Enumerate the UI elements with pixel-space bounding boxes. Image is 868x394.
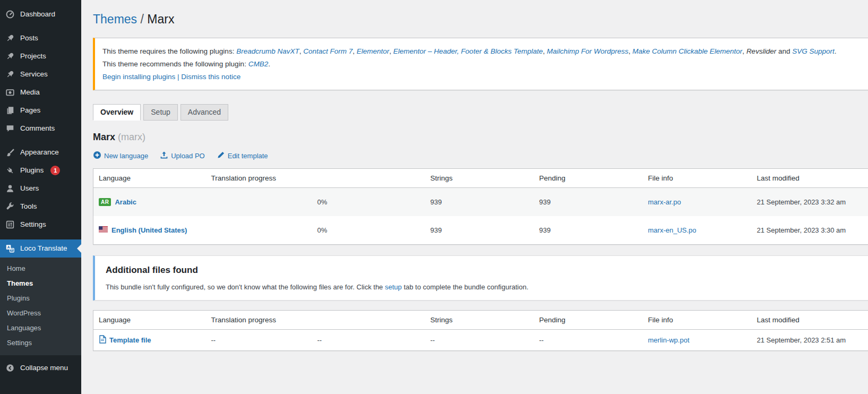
col-header-progress: Translation progress: [206, 169, 425, 188]
users-icon: [5, 183, 15, 194]
required-plugin-list: Breadcrumb NavXT, Contact Form 7, Elemen…: [236, 47, 836, 55]
breadcrumb-current: Marx: [147, 12, 174, 26]
sidebar-item-pages[interactable]: Pages: [0, 101, 81, 119]
col-header-language: Language: [93, 169, 206, 188]
file-link-marx-ar[interactable]: marx-ar.po: [648, 198, 681, 206]
bundle-title: Marx (marx): [93, 132, 868, 143]
sidebar-item-tools[interactable]: Tools: [0, 198, 81, 216]
document-icon: [99, 335, 106, 345]
bundle-tabs: Overview Setup Advanced: [93, 104, 868, 121]
collapse-menu-label: Collapse menu: [20, 363, 68, 373]
sidebar-item-label: Plugins: [20, 165, 44, 176]
sidebar-item-label: Loco Translate: [20, 243, 67, 254]
progress-percent: 0%: [312, 216, 425, 245]
submenu-item-themes[interactable]: Themes: [0, 276, 81, 291]
sidebar-item-label: Dashboard: [20, 9, 55, 20]
submenu-item-plugins[interactable]: Plugins: [0, 291, 81, 306]
plugin-link[interactable]: SVG Support: [792, 47, 835, 55]
table-row-template-file: Template file -- -- -- -- merlin-wp.pot …: [93, 330, 868, 351]
begin-installing-plugins-link[interactable]: Begin installing plugins: [102, 73, 175, 81]
language-link-english-us[interactable]: English (United States): [111, 226, 187, 234]
breadcrumb-separator: /: [140, 12, 143, 26]
additional-files-text-before: This bundle isn't fully configured, so w…: [106, 283, 385, 291]
breadcrumb-themes-link[interactable]: Themes: [93, 12, 137, 26]
dashboard-icon: [5, 9, 15, 20]
recommended-plugins-text: This theme recommends the following plug…: [102, 59, 868, 68]
edit-pencil-icon: [217, 151, 225, 161]
tools-icon: [5, 201, 15, 212]
loco-translate-icon: A: [5, 243, 15, 254]
submenu-item-languages[interactable]: Languages: [0, 321, 81, 336]
submenu-item-home[interactable]: Home: [0, 261, 81, 276]
add-circle-icon: [93, 151, 101, 161]
plugin-link[interactable]: Breadcrumb NavXT: [236, 47, 299, 55]
sidebar-item-settings[interactable]: Settings: [0, 216, 81, 234]
template-progress: --: [206, 330, 312, 351]
submenu-item-settings[interactable]: Settings: [0, 336, 81, 350]
sidebar-item-media[interactable]: Media: [0, 83, 81, 101]
edit-template-link[interactable]: Edit template: [217, 151, 268, 161]
additional-files-text-after: tab to complete the bundle configuration…: [402, 283, 529, 291]
collapse-menu-button[interactable]: Collapse menu: [0, 359, 81, 377]
upload-po-link[interactable]: Upload PO: [160, 151, 205, 161]
translations-table: Language Translation progress Strings Pe…: [93, 168, 868, 245]
notice-actions: Begin installing plugins | Dismiss this …: [102, 72, 868, 81]
tab-setup[interactable]: Setup: [143, 104, 178, 121]
plugin-link[interactable]: Elementor: [357, 47, 390, 55]
locale-badge-ar: AR: [99, 198, 111, 206]
sidebar-item-label: Comments: [20, 123, 55, 134]
tab-advanced[interactable]: Advanced: [181, 104, 228, 121]
plugin-name-text: Revslider: [746, 47, 776, 55]
sidebar-item-users[interactable]: Users: [0, 179, 81, 198]
template-percent: --: [312, 330, 425, 351]
submenu-item-wordpress[interactable]: WordPress: [0, 306, 81, 321]
file-link-marx-en-us[interactable]: marx-en_US.po: [648, 226, 697, 234]
sidebar-item-label: Tools: [20, 201, 37, 212]
sidebar-item-posts[interactable]: Posts: [0, 29, 81, 47]
sidebar-item-plugins[interactable]: Plugins 1: [0, 161, 81, 179]
setup-tab-link[interactable]: setup: [385, 283, 402, 291]
file-link-merlin-wp-pot[interactable]: merlin-wp.pot: [648, 336, 690, 344]
plugin-requirements-notice: This theme requires the following plugin…: [93, 38, 868, 90]
language-link-arabic[interactable]: Arabic: [115, 198, 136, 206]
last-modified: 21 September, 2023 3:32 am: [752, 188, 868, 217]
plugin-link[interactable]: Mailchimp For Wordpress: [547, 47, 629, 55]
template-file-link[interactable]: Template file: [109, 336, 151, 344]
plugin-link[interactable]: CMB2: [248, 60, 269, 68]
col-header-strings: Strings: [425, 311, 534, 330]
sidebar-item-comments[interactable]: Comments: [0, 119, 81, 138]
new-language-link[interactable]: New language: [93, 151, 148, 161]
additional-files-title: Additional files found: [106, 265, 868, 276]
comments-icon: [5, 123, 15, 134]
sidebar-item-loco-translate[interactable]: A Loco Translate: [0, 239, 81, 258]
upload-icon: [160, 151, 168, 161]
plugin-link[interactable]: Contact Form 7: [303, 47, 353, 55]
notice-links-separator: |: [175, 73, 181, 81]
sidebar-item-appearance[interactable]: Appearance: [0, 143, 81, 161]
tab-overview[interactable]: Overview: [93, 104, 141, 121]
sidebar-item-label: Posts: [20, 33, 38, 44]
recommended-plugin-list: CMB2.: [248, 60, 270, 68]
dismiss-notice-link[interactable]: Dismiss this notice: [181, 73, 240, 81]
pages-icon: [5, 105, 15, 116]
plugin-link[interactable]: Make Column Clickable Elementor: [632, 47, 742, 55]
table-row-english-us: English (United States) 0% 939 939 marx-…: [93, 216, 868, 245]
strings-count: 939: [425, 216, 534, 245]
sidebar-item-services[interactable]: Services: [0, 65, 81, 83]
pushpin-icon: [5, 51, 15, 62]
table-row-arabic: AR Arabic 0% 939 939 marx-ar.po 21 Septe…: [93, 188, 868, 217]
col-header-pending: Pending: [534, 311, 643, 330]
required-plugins-text: This theme requires the following plugin…: [102, 47, 868, 56]
col-header-progress: Translation progress: [206, 311, 425, 330]
bundle-actions: New language Upload PO Edit template: [93, 151, 868, 161]
sidebar-item-projects[interactable]: Projects: [0, 47, 81, 65]
col-header-strings: Strings: [425, 169, 534, 188]
last-modified: 21 September, 2023 3:30 am: [752, 216, 868, 245]
edit-template-label: Edit template: [228, 152, 268, 160]
template-pending: --: [534, 330, 643, 351]
col-header-fileinfo: File info: [643, 311, 752, 330]
sidebar-item-label: Users: [20, 183, 39, 194]
plugin-link[interactable]: Elementor – Header, Footer & Blocks Temp…: [393, 47, 543, 55]
recommended-intro: This theme recommends the following plug…: [102, 60, 248, 68]
sidebar-item-dashboard[interactable]: Dashboard: [0, 5, 81, 23]
